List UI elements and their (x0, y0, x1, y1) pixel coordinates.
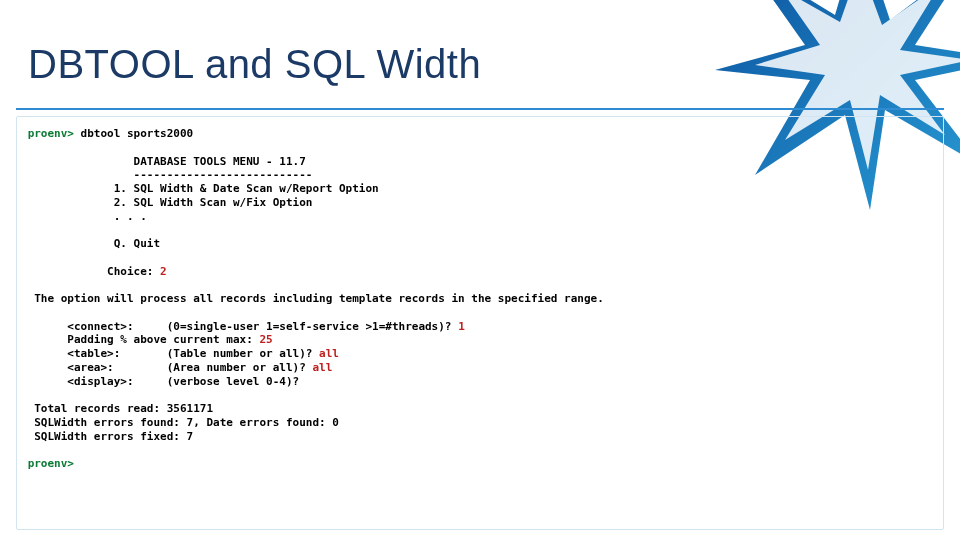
menu-quit: Q. Quit (114, 237, 160, 250)
table-label: <table>: (67, 347, 120, 360)
prompt-1: proenv> (28, 127, 74, 140)
command-1: dbtool sports2000 (81, 127, 194, 140)
display-prompt: (verbose level 0-4)? (167, 375, 299, 388)
display-label: <display>: (67, 375, 133, 388)
option-description: The option will process all records incl… (34, 292, 604, 305)
menu-header: DATABASE TOOLS MENU - 11.7 (134, 155, 306, 168)
connect-prompt: (0=single-user 1=self-service >1=#thread… (167, 320, 458, 333)
menu-item-2: 2. SQL Width Scan w/Fix Option (114, 196, 313, 209)
menu-item-1: 1. SQL Width & Date Scan w/Report Option (114, 182, 379, 195)
menu-ellipsis: . . . (114, 210, 147, 223)
result-line-2: SQLWidth errors found: 7, Date errors fo… (34, 416, 339, 429)
connect-label: <connect>: (67, 320, 133, 333)
prompt-2: proenv> (28, 457, 74, 470)
area-label: <area>: (67, 361, 113, 374)
choice-value: 2 (160, 265, 167, 278)
padding-label: Padding % above current max: (67, 333, 259, 346)
padding-value: 25 (259, 333, 272, 346)
title-divider (16, 108, 944, 110)
result-line-3: SQLWidth errors fixed: 7 (34, 430, 193, 443)
menu-divider: --------------------------- (134, 168, 313, 181)
area-answer: all (312, 361, 332, 374)
page-title: DBTOOL and SQL Width (28, 42, 481, 87)
connect-answer: 1 (458, 320, 465, 333)
result-line-1: Total records read: 3561171 (34, 402, 213, 415)
area-prompt: (Area number or all)? (167, 361, 313, 374)
terminal-output: proenv> dbtool sports2000 DATABASE TOOLS… (16, 116, 944, 530)
table-answer: all (319, 347, 339, 360)
table-prompt: (Table number or all)? (167, 347, 319, 360)
choice-label: Choice: (107, 265, 160, 278)
